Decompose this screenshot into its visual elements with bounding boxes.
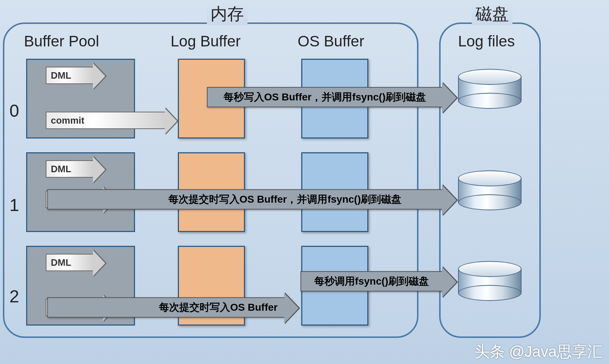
fsync-arrow-2: 每秒调用fsync()刷到磁盘 [301, 271, 443, 291]
commit-to-os-arrow-2: 每次提交时写入OS Buffer [47, 297, 285, 318]
log-file-cylinder-0 [458, 69, 522, 109]
dml-arrow-2: DML [46, 254, 94, 271]
flush-arrow-0: 每秒写入OS Buffer，并调用fsync()刷到磁盘 [207, 87, 443, 107]
mode-0-label: 0 [9, 101, 19, 121]
memory-title: 内存 [207, 3, 248, 25]
watermark: 头条 @Java思享汇 [474, 342, 602, 362]
log-file-cylinder-2 [458, 261, 522, 301]
dml-arrow-0: DML [46, 67, 94, 84]
mode-2-label: 2 [9, 286, 19, 306]
col-buffer-pool: Buffer Pool [24, 33, 99, 50]
commit-arrow-0: commit [46, 112, 165, 129]
log-file-cylinder-1 [458, 170, 522, 210]
mode-1-label: 1 [9, 195, 19, 215]
col-log-buffer: Log Buffer [171, 33, 241, 50]
disk-title: 磁盘 [472, 3, 512, 25]
col-log-files: Log files [458, 33, 515, 50]
flush-arrow-1: 每次提交时写入OS Buffer，并调用fsync()刷到磁盘 [47, 189, 443, 210]
col-os-buffer: OS Buffer [298, 33, 364, 50]
dml-arrow-1: DML [46, 160, 94, 178]
